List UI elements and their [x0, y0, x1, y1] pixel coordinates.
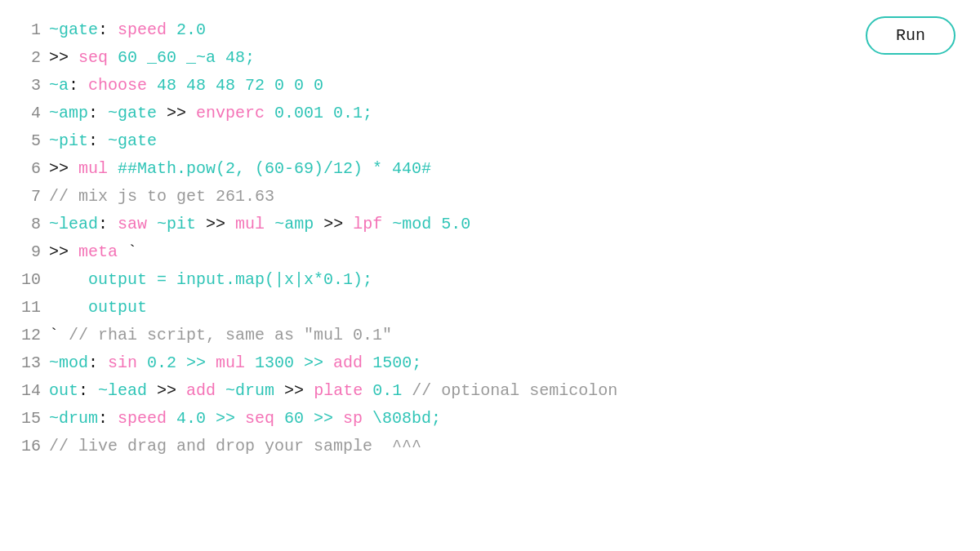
code-line: 2>> seq 60 _60 _~a 48;: [16, 44, 980, 72]
code-line: 3~a: choose 48 48 48 72 0 0 0: [16, 72, 980, 100]
code-line: 6>> mul ##Math.pow(2, (60-69)/12) * 440#: [16, 155, 980, 183]
line-content: ` // rhai script, same as "mul 0.1": [49, 322, 392, 349]
line-content: output: [49, 294, 147, 322]
line-number: 13: [16, 349, 41, 377]
line-content: out: ~lead >> add ~drum >> plate 0.1 // …: [49, 377, 617, 405]
line-number: 14: [16, 377, 41, 405]
code-line: 10 output = input.map(|x|x*0.1);: [16, 266, 980, 294]
code-line: 9>> meta `: [16, 238, 980, 266]
code-line: 16// live drag and drop your sample ^^^: [16, 433, 980, 460]
line-number: 9: [16, 238, 41, 266]
line-number: 8: [16, 211, 41, 238]
line-content: ~amp: ~gate >> envperc 0.001 0.1;: [49, 100, 372, 127]
code-line: 5~pit: ~gate: [16, 127, 980, 155]
line-content: >> seq 60 _60 _~a 48;: [49, 44, 255, 72]
line-number: 10: [16, 266, 41, 294]
line-number: 6: [16, 155, 41, 183]
code-line: 13~mod: sin 0.2 >> mul 1300 >> add 1500;: [16, 349, 980, 377]
code-editor: 1~gate: speed 2.02>> seq 60 _60 _~a 48;3…: [0, 0, 980, 477]
line-content: ~gate: speed 2.0: [49, 16, 206, 44]
line-content: >> mul ##Math.pow(2, (60-69)/12) * 440#: [49, 155, 431, 183]
run-button[interactable]: Run: [866, 16, 956, 55]
line-content: // live drag and drop your sample ^^^: [49, 433, 421, 460]
code-line: 1~gate: speed 2.0: [16, 16, 980, 44]
line-number: 11: [16, 294, 41, 322]
line-number: 12: [16, 322, 41, 349]
code-line: 15~drum: speed 4.0 >> seq 60 >> sp \808b…: [16, 405, 980, 433]
code-line: 12` // rhai script, same as "mul 0.1": [16, 322, 980, 349]
line-number: 4: [16, 100, 41, 127]
line-content: ~mod: sin 0.2 >> mul 1300 >> add 1500;: [49, 349, 421, 377]
line-number: 16: [16, 433, 41, 460]
code-line: 11 output: [16, 294, 980, 322]
line-number: 5: [16, 127, 41, 155]
line-number: 7: [16, 183, 41, 211]
line-content: output = input.map(|x|x*0.1);: [49, 266, 372, 294]
code-line: 14out: ~lead >> add ~drum >> plate 0.1 /…: [16, 377, 980, 405]
code-line: 8~lead: saw ~pit >> mul ~amp >> lpf ~mod…: [16, 211, 980, 238]
line-content: // mix js to get 261.63: [49, 183, 274, 211]
line-number: 2: [16, 44, 41, 72]
line-content: ~pit: ~gate: [49, 127, 157, 155]
line-content: ~lead: saw ~pit >> mul ~amp >> lpf ~mod …: [49, 211, 470, 238]
code-line: 7// mix js to get 261.63: [16, 183, 980, 211]
line-number: 15: [16, 405, 41, 433]
line-content: ~a: choose 48 48 48 72 0 0 0: [49, 72, 323, 100]
line-number: 1: [16, 16, 41, 44]
line-content: >> meta `: [49, 238, 137, 266]
line-number: 3: [16, 72, 41, 100]
code-line: 4~amp: ~gate >> envperc 0.001 0.1;: [16, 100, 980, 127]
line-content: ~drum: speed 4.0 >> seq 60 >> sp \808bd;: [49, 405, 441, 433]
